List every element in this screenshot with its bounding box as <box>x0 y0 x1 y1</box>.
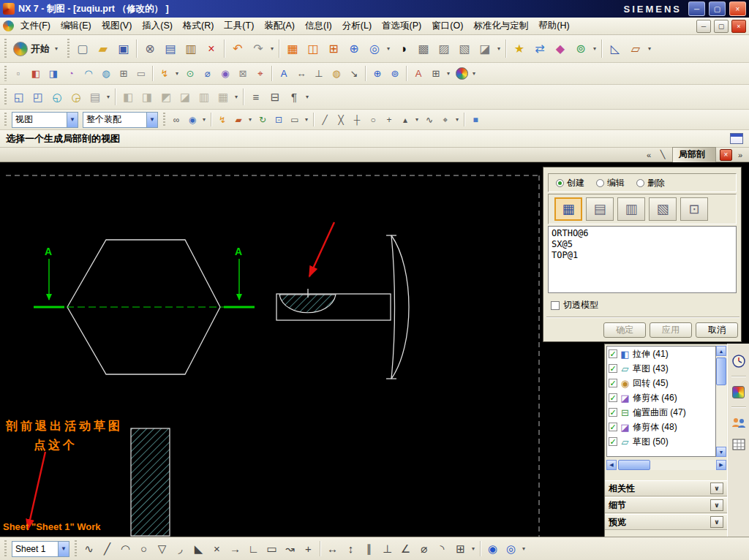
rectangle-icon[interactable]: ▭ <box>263 540 280 558</box>
section-part-view[interactable] <box>276 235 409 379</box>
section-expand-icon[interactable]: ∨ <box>710 516 723 528</box>
radio-delete-icon[interactable] <box>636 179 644 187</box>
close-button[interactable]: × <box>729 1 746 16</box>
doc-minimize-button[interactable]: ─ <box>696 20 711 33</box>
note-icon[interactable]: A <box>410 66 426 82</box>
start-button[interactable]: 开始▾ <box>10 42 64 56</box>
menu-item-9[interactable]: 首选项(P) <box>377 18 426 34</box>
studio-spline-icon[interactable]: ↝ <box>282 540 298 558</box>
menu-item-5[interactable]: 工具(T) <box>219 18 259 34</box>
toolbar-overflow-icon[interactable]: ▾ <box>445 70 452 77</box>
orient-view-iso-icon[interactable]: ▧ <box>455 39 474 58</box>
center-mark-icon[interactable]: ⊕ <box>369 66 385 82</box>
save-icon[interactable]: ▣ <box>114 39 133 58</box>
scroll-right-icon[interactable]: ▶ <box>716 460 726 470</box>
detail-view-icon[interactable]: ◵ <box>48 88 66 106</box>
assembly-constraints-icon[interactable]: ⇄ <box>530 39 549 58</box>
cut-through-model-checkbox[interactable]: 切透模型 <box>551 299 598 311</box>
polygon-icon[interactable]: ▽ <box>154 540 170 558</box>
diameter-dimension-icon[interactable]: ⌀ <box>415 540 432 558</box>
new-file-icon[interactable]: ▢ <box>73 39 92 58</box>
copy-icon[interactable]: ▤ <box>161 39 180 58</box>
snap-midpoint-icon[interactable]: ▴ <box>398 113 413 127</box>
toolbar-grip[interactable] <box>163 113 165 126</box>
toolbar-overflow-icon[interactable]: ▾ <box>303 116 310 123</box>
arc-icon[interactable]: ◠ <box>117 540 134 558</box>
binoculars-icon[interactable]: ∞ <box>169 113 184 127</box>
move-component-icon[interactable]: ◆ <box>551 39 570 58</box>
note-editor-icon[interactable]: ▤ <box>86 88 104 106</box>
section-line-icon[interactable]: ▥ <box>195 88 213 106</box>
edit-sketch-icon[interactable]: ▰ <box>231 113 246 127</box>
linear-dimension-icon[interactable]: ↔ <box>293 66 309 82</box>
fit-view-icon[interactable]: ⊡ <box>271 113 286 127</box>
window-cascade-icon[interactable]: ▦ <box>283 39 302 58</box>
orient-view-top-icon[interactable]: ▩ <box>414 39 433 58</box>
combo-arrow-icon[interactable]: ▼ <box>67 113 78 127</box>
snap-point-icon[interactable]: + <box>382 113 396 127</box>
zoom-window-icon[interactable]: ⊞ <box>324 39 343 58</box>
section-header-1[interactable]: 细节∨ <box>605 497 727 513</box>
vertical-scroll-track[interactable] <box>716 356 726 447</box>
menu-item-6[interactable]: 装配(A) <box>259 18 300 34</box>
toolbar-grip[interactable] <box>4 113 7 126</box>
toolbar-grip[interactable] <box>4 39 7 58</box>
toolbar-grip[interactable] <box>4 66 7 81</box>
aligned-section-icon[interactable]: ▦ <box>214 88 232 106</box>
radio-create-icon[interactable] <box>556 179 564 187</box>
grid-icon[interactable]: ⊠ <box>235 66 251 82</box>
project-curve-icon[interactable]: ◎ <box>503 540 519 558</box>
toolbar-grip[interactable] <box>75 540 77 556</box>
checkbox-icon[interactable] <box>551 301 560 310</box>
toolbar-overflow-icon[interactable]: ▾ <box>591 45 598 52</box>
view-list-item-2[interactable]: TOP@1 <box>552 250 733 261</box>
base-view-icon[interactable]: ◱ <box>10 88 28 106</box>
snap-line-icon[interactable]: ╱ <box>317 113 332 127</box>
parallel-dimension-icon[interactable]: ∥ <box>361 540 377 558</box>
geometric-constraints-icon[interactable]: ⊞ <box>452 540 469 558</box>
toolbar-overflow-icon[interactable]: ▾ <box>304 94 311 100</box>
toolbar-grip[interactable] <box>4 540 7 556</box>
menu-item-12[interactable]: 帮助(H) <box>533 18 574 34</box>
view-layout-blue-icon[interactable]: ◨ <box>45 66 61 82</box>
toolbar-overflow-icon[interactable]: ▾ <box>470 70 478 77</box>
quick-extend-icon[interactable]: → <box>227 540 244 558</box>
radio-edit[interactable]: 编辑 <box>596 177 625 189</box>
selection-rectangle-icon[interactable]: ▭ <box>287 113 302 127</box>
circle-icon[interactable]: ○ <box>135 540 152 558</box>
break-view-icon[interactable]: ◪ <box>176 88 194 106</box>
toolbar-overflow-icon[interactable]: ▾ <box>268 45 276 52</box>
curve-tool-icon[interactable]: ∿ <box>422 113 437 127</box>
view-wizard-icon[interactable]: ⊞ <box>116 66 132 82</box>
menu-item-2[interactable]: 视图(V) <box>97 18 138 34</box>
key-icon[interactable]: ★ <box>510 39 529 58</box>
delete-icon[interactable]: × <box>202 39 221 58</box>
balloon-icon[interactable]: ◍ <box>328 66 345 82</box>
section-header-0[interactable]: 相关性∨ <box>605 480 727 496</box>
history-clock-icon[interactable] <box>731 354 746 368</box>
orient-view-front-icon[interactable]: ▨ <box>434 39 453 58</box>
break-line-tool-icon[interactable]: ▦ <box>554 197 582 221</box>
toolbar-overflow-icon[interactable]: ▾ <box>385 45 392 52</box>
vertical-dimension-icon[interactable]: ↕ <box>342 540 359 558</box>
line-icon[interactable]: ╱ <box>99 540 116 558</box>
ok-button[interactable]: 确定 <box>603 322 646 338</box>
menu-item-8[interactable]: 分析(L) <box>337 18 377 34</box>
toolbar-overflow-icon[interactable]: ▾ <box>246 116 254 123</box>
sheet-combo[interactable]: Sheet 1▼ <box>12 541 69 557</box>
toolbar-overflow-icon[interactable]: ▾ <box>105 94 112 100</box>
redo-icon[interactable]: ↷ <box>249 39 268 58</box>
radio-delete[interactable]: 删除 <box>636 177 665 189</box>
maximize-button[interactable]: ▢ <box>709 1 726 16</box>
diameter-dim-icon[interactable]: ⌀ <box>200 66 216 82</box>
new-sheet-icon[interactable]: ▫ <box>10 66 26 82</box>
view-list-item-1[interactable]: SX@5 <box>552 239 733 250</box>
cancel-button[interactable]: 取消 <box>696 322 738 338</box>
tabular-note-icon[interactable]: ⊞ <box>428 66 444 82</box>
scroll-up-icon[interactable]: ▲ <box>716 346 726 356</box>
projected-view-icon[interactable]: ◰ <box>29 88 47 106</box>
inspect-icon[interactable]: ◉ <box>217 66 233 82</box>
sheet-grid-icon[interactable] <box>731 437 746 452</box>
toolbar-grip[interactable] <box>4 88 7 106</box>
toolbar-overflow-icon[interactable]: ▾ <box>173 70 181 77</box>
